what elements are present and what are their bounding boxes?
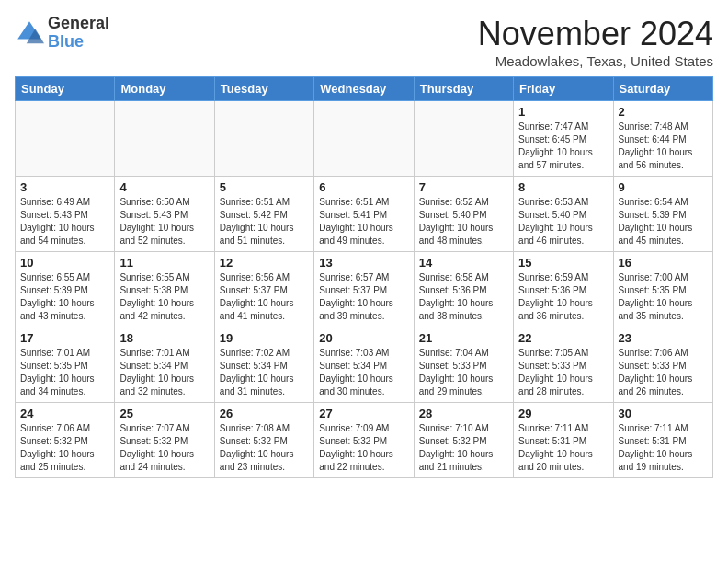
day-cell: 23Sunrise: 7:06 AMSunset: 5:33 PMDayligh…: [613, 327, 712, 403]
day-info: Sunrise: 7:09 AMSunset: 5:32 PMDaylight:…: [319, 422, 408, 474]
day-number: 8: [518, 180, 608, 194]
weekday-header-sunday: Sunday: [16, 77, 115, 101]
day-cell: [16, 101, 115, 177]
day-cell: 29Sunrise: 7:11 AMSunset: 5:31 PMDayligh…: [514, 403, 613, 478]
day-number: 27: [319, 407, 408, 420]
day-info: Sunrise: 6:56 AMSunset: 5:37 PMDaylight:…: [220, 271, 309, 323]
day-cell: [414, 101, 513, 177]
day-number: 14: [419, 256, 508, 270]
day-number: 2: [619, 105, 708, 119]
weekday-header-monday: Monday: [115, 77, 214, 101]
day-info: Sunrise: 7:11 AMSunset: 5:31 PMDaylight:…: [518, 422, 608, 474]
title-section: November 2024 Meadowlakes, Texas, United…: [478, 15, 713, 69]
day-cell: 14Sunrise: 6:58 AMSunset: 5:36 PMDayligh…: [414, 252, 513, 327]
day-info: Sunrise: 7:04 AMSunset: 5:33 PMDaylight:…: [419, 347, 508, 398]
day-number: 1: [518, 105, 608, 119]
weekday-header-wednesday: Wednesday: [314, 77, 414, 101]
weekday-header-friday: Friday: [514, 77, 613, 101]
day-cell: 3Sunrise: 6:49 AMSunset: 5:43 PMDaylight…: [16, 177, 115, 252]
day-cell: 8Sunrise: 6:53 AMSunset: 5:40 PMDaylight…: [514, 177, 613, 252]
day-cell: 15Sunrise: 6:59 AMSunset: 5:36 PMDayligh…: [514, 252, 613, 327]
week-row-1: 1Sunrise: 7:47 AMSunset: 6:45 PMDaylight…: [16, 101, 713, 177]
day-number: 6: [319, 180, 408, 194]
week-row-4: 17Sunrise: 7:01 AMSunset: 5:35 PMDayligh…: [16, 327, 713, 403]
day-info: Sunrise: 7:01 AMSunset: 5:35 PMDaylight:…: [20, 347, 109, 398]
day-number: 21: [419, 331, 508, 345]
day-number: 19: [220, 331, 309, 345]
day-cell: 16Sunrise: 7:00 AMSunset: 5:35 PMDayligh…: [613, 252, 712, 327]
day-cell: 26Sunrise: 7:08 AMSunset: 5:32 PMDayligh…: [214, 403, 313, 478]
weekday-header-saturday: Saturday: [613, 77, 712, 101]
day-cell: 20Sunrise: 7:03 AMSunset: 5:34 PMDayligh…: [314, 327, 414, 403]
day-cell: 12Sunrise: 6:56 AMSunset: 5:37 PMDayligh…: [214, 252, 313, 327]
day-cell: 22Sunrise: 7:05 AMSunset: 5:33 PMDayligh…: [514, 327, 613, 403]
day-cell: 28Sunrise: 7:10 AMSunset: 5:32 PMDayligh…: [414, 403, 513, 478]
day-cell: 6Sunrise: 6:51 AMSunset: 5:41 PMDaylight…: [314, 177, 414, 252]
day-cell: 10Sunrise: 6:55 AMSunset: 5:39 PMDayligh…: [16, 252, 115, 327]
day-number: 20: [319, 331, 408, 345]
day-info: Sunrise: 6:58 AMSunset: 5:36 PMDaylight:…: [419, 271, 508, 323]
calendar-table: SundayMondayTuesdayWednesdayThursdayFrid…: [15, 76, 713, 478]
page-header: General Blue November 2024 Meadowlakes, …: [15, 15, 713, 69]
day-cell: 13Sunrise: 6:57 AMSunset: 5:37 PMDayligh…: [314, 252, 414, 327]
day-info: Sunrise: 7:48 AMSunset: 6:44 PMDaylight:…: [619, 121, 708, 172]
day-info: Sunrise: 7:01 AMSunset: 5:34 PMDaylight:…: [119, 347, 209, 398]
day-info: Sunrise: 7:08 AMSunset: 5:32 PMDaylight:…: [220, 422, 309, 474]
day-info: Sunrise: 7:03 AMSunset: 5:34 PMDaylight:…: [319, 347, 408, 398]
day-cell: 2Sunrise: 7:48 AMSunset: 6:44 PMDaylight…: [613, 101, 712, 177]
day-number: 15: [518, 256, 608, 270]
month-title: November 2024: [478, 15, 713, 53]
day-number: 3: [20, 180, 109, 194]
day-info: Sunrise: 7:10 AMSunset: 5:32 PMDaylight:…: [419, 422, 508, 474]
day-info: Sunrise: 6:55 AMSunset: 5:39 PMDaylight:…: [20, 271, 109, 323]
day-cell: [314, 101, 414, 177]
day-number: 26: [220, 407, 309, 420]
day-number: 28: [419, 407, 508, 420]
day-cell: 1Sunrise: 7:47 AMSunset: 6:45 PMDaylight…: [514, 101, 613, 177]
week-row-2: 3Sunrise: 6:49 AMSunset: 5:43 PMDaylight…: [16, 177, 713, 252]
day-number: 29: [518, 407, 608, 420]
day-info: Sunrise: 6:52 AMSunset: 5:40 PMDaylight:…: [419, 196, 508, 247]
day-number: 18: [119, 331, 209, 345]
logo-text: General Blue: [48, 15, 109, 52]
location-subtitle: Meadowlakes, Texas, United States: [478, 53, 713, 69]
day-number: 5: [220, 180, 309, 194]
day-number: 10: [20, 256, 109, 270]
day-info: Sunrise: 6:51 AMSunset: 5:41 PMDaylight:…: [319, 196, 408, 247]
day-cell: 17Sunrise: 7:01 AMSunset: 5:35 PMDayligh…: [16, 327, 115, 403]
day-number: 23: [619, 331, 708, 345]
day-info: Sunrise: 6:50 AMSunset: 5:43 PMDaylight:…: [119, 196, 209, 247]
day-cell: [115, 101, 214, 177]
day-cell: 9Sunrise: 6:54 AMSunset: 5:39 PMDaylight…: [613, 177, 712, 252]
day-info: Sunrise: 7:06 AMSunset: 5:33 PMDaylight:…: [619, 347, 708, 398]
day-cell: [214, 101, 313, 177]
logo: General Blue: [15, 15, 109, 52]
day-number: 17: [20, 331, 109, 345]
day-cell: 18Sunrise: 7:01 AMSunset: 5:34 PMDayligh…: [115, 327, 214, 403]
day-number: 7: [419, 180, 508, 194]
day-cell: 4Sunrise: 6:50 AMSunset: 5:43 PMDaylight…: [115, 177, 214, 252]
day-info: Sunrise: 6:53 AMSunset: 5:40 PMDaylight:…: [518, 196, 608, 247]
day-cell: 21Sunrise: 7:04 AMSunset: 5:33 PMDayligh…: [414, 327, 513, 403]
day-info: Sunrise: 7:11 AMSunset: 5:31 PMDaylight:…: [619, 422, 708, 474]
day-number: 30: [619, 407, 708, 420]
day-info: Sunrise: 6:57 AMSunset: 5:37 PMDaylight:…: [319, 271, 408, 323]
day-info: Sunrise: 6:51 AMSunset: 5:42 PMDaylight:…: [220, 196, 309, 247]
day-number: 25: [119, 407, 209, 420]
day-cell: 5Sunrise: 6:51 AMSunset: 5:42 PMDaylight…: [214, 177, 313, 252]
weekday-header-row: SundayMondayTuesdayWednesdayThursdayFrid…: [16, 77, 713, 101]
day-number: 22: [518, 331, 608, 345]
day-cell: 27Sunrise: 7:09 AMSunset: 5:32 PMDayligh…: [314, 403, 414, 478]
day-info: Sunrise: 7:05 AMSunset: 5:33 PMDaylight:…: [518, 347, 608, 398]
week-row-3: 10Sunrise: 6:55 AMSunset: 5:39 PMDayligh…: [16, 252, 713, 327]
day-info: Sunrise: 7:47 AMSunset: 6:45 PMDaylight:…: [518, 121, 608, 172]
day-info: Sunrise: 6:55 AMSunset: 5:38 PMDaylight:…: [119, 271, 209, 323]
day-number: 16: [619, 256, 708, 270]
day-info: Sunrise: 7:02 AMSunset: 5:34 PMDaylight:…: [220, 347, 309, 398]
day-cell: 24Sunrise: 7:06 AMSunset: 5:32 PMDayligh…: [16, 403, 115, 478]
day-info: Sunrise: 7:06 AMSunset: 5:32 PMDaylight:…: [20, 422, 109, 474]
day-number: 9: [619, 180, 708, 194]
week-row-5: 24Sunrise: 7:06 AMSunset: 5:32 PMDayligh…: [16, 403, 713, 478]
day-number: 4: [119, 180, 209, 194]
day-info: Sunrise: 6:54 AMSunset: 5:39 PMDaylight:…: [619, 196, 708, 247]
